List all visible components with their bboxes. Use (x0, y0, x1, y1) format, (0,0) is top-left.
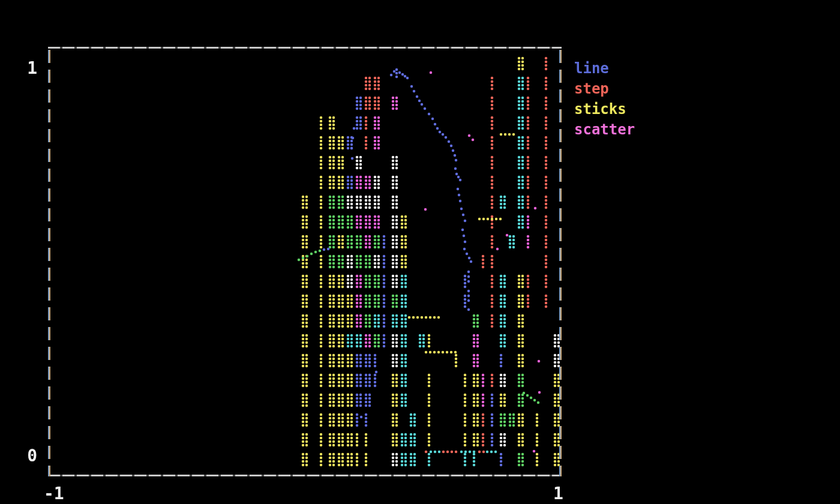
legend: linestepsticksscatter (574, 58, 635, 140)
x-tick-neg1: -1 (44, 485, 64, 503)
legend-item-line: line (574, 58, 635, 79)
plot-border-bottom (48, 475, 562, 476)
y-tick-1: 1 (16, 59, 37, 77)
legend-item-scatter: scatter (574, 119, 635, 140)
plot-border-right (559, 47, 562, 476)
plot-border-left (48, 47, 50, 476)
x-tick-1: 1 (553, 485, 563, 503)
plot-border-top (48, 47, 562, 49)
y-tick-0: 0 (16, 447, 37, 465)
legend-item-step: step (574, 79, 635, 99)
terminal-plot-screen: 1 0 -1 1 linestepsticksscatter (0, 0, 840, 504)
legend-item-sticks: sticks (574, 99, 635, 119)
plot-frame (48, 47, 562, 476)
